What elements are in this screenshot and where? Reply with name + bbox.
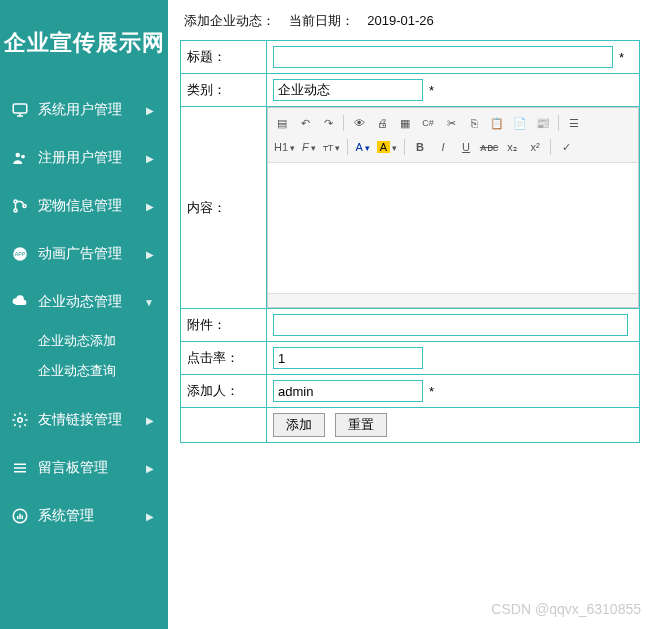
- submenu-enterprise-news: 企业动态添加 企业动态查询: [0, 326, 168, 396]
- chevron-right-icon: ▶: [146, 463, 154, 474]
- list-icon: [10, 458, 30, 478]
- font-family-select[interactable]: F▾: [300, 141, 318, 153]
- copy-icon[interactable]: ⎘: [464, 113, 484, 133]
- strike-icon[interactable]: ᴀʙc: [479, 137, 499, 157]
- svg-text:APP: APP: [15, 251, 26, 257]
- adder-label: 添加人：: [181, 375, 267, 408]
- brand-title: 企业宣传展示网: [0, 0, 168, 86]
- app-icon: APP: [10, 244, 30, 264]
- redo-icon[interactable]: ↷: [318, 113, 338, 133]
- git-icon: [10, 196, 30, 216]
- crumb-date-label: 当前日期：: [289, 13, 354, 28]
- clear-format-icon[interactable]: ✓: [556, 137, 576, 157]
- underline-icon[interactable]: U: [456, 137, 476, 157]
- subscript-icon[interactable]: x₂: [502, 137, 522, 157]
- svg-rect-15: [17, 516, 19, 519]
- menu-item-system[interactable]: 系统管理 ▶: [0, 492, 168, 540]
- code-icon[interactable]: C#: [418, 113, 438, 133]
- svg-point-6: [14, 209, 17, 212]
- svg-rect-17: [22, 515, 24, 519]
- submit-button[interactable]: 添加: [273, 413, 325, 437]
- required-mark: *: [619, 50, 624, 65]
- menu-label: 系统用户管理: [38, 101, 146, 119]
- menu-label: 宠物信息管理: [38, 197, 146, 215]
- menu-item-guestbook[interactable]: 留言板管理 ▶: [0, 444, 168, 492]
- hits-input[interactable]: [273, 347, 423, 369]
- submenu-item-query[interactable]: 企业动态查询: [38, 356, 168, 386]
- category-input[interactable]: [273, 79, 423, 101]
- menu-item-animation-ads[interactable]: APP 动画广告管理 ▶: [0, 230, 168, 278]
- heading-select[interactable]: H1▾: [272, 141, 297, 153]
- paste-icon[interactable]: 📋: [487, 113, 507, 133]
- undo-icon[interactable]: ↶: [295, 113, 315, 133]
- chevron-right-icon: ▶: [146, 153, 154, 164]
- adder-input[interactable]: [273, 380, 423, 402]
- rich-text-editor: ▤ ↶ ↷ 👁 🖨 ▦ C# ✂ ⎘ 📋: [267, 107, 639, 308]
- menu-item-enterprise-news[interactable]: 企业动态管理 ▼: [0, 278, 168, 326]
- chevron-right-icon: ▶: [146, 511, 154, 522]
- svg-point-10: [18, 418, 23, 423]
- bg-color-select[interactable]: A▾: [375, 141, 399, 153]
- empty-label: [181, 408, 267, 443]
- category-label: 类别：: [181, 74, 267, 107]
- separator: [404, 139, 405, 155]
- separator: [550, 139, 551, 155]
- menu-item-links[interactable]: 友情链接管理 ▶: [0, 396, 168, 444]
- paste-plain-icon[interactable]: 📄: [510, 113, 530, 133]
- svg-point-4: [21, 155, 25, 159]
- chevron-right-icon: ▶: [146, 105, 154, 116]
- users-icon: [10, 148, 30, 168]
- print-icon[interactable]: 🖨: [372, 113, 392, 133]
- gear-icon: [10, 410, 30, 430]
- attach-input[interactable]: [273, 314, 628, 336]
- cut-icon[interactable]: ✂: [441, 113, 461, 133]
- menu-item-system-users[interactable]: 系统用户管理 ▶: [0, 86, 168, 134]
- main-menu: 系统用户管理 ▶ 注册用户管理 ▶ 宠物信息管理 ▶ APP 动画广告管理 ▶ …: [0, 86, 168, 540]
- crumb-date: 2019-01-26: [367, 13, 434, 28]
- svg-rect-0: [13, 104, 27, 113]
- editor-toolbar: ▤ ↶ ↷ 👁 🖨 ▦ C# ✂ ⎘ 📋: [268, 108, 638, 163]
- chevron-down-icon: ▼: [144, 297, 154, 308]
- chevron-right-icon: ▶: [146, 249, 154, 260]
- paste-word-icon[interactable]: 📰: [533, 113, 553, 133]
- required-mark: *: [429, 83, 434, 98]
- separator: [343, 115, 344, 131]
- breadcrumb: 添加企业动态： 当前日期： 2019-01-26: [180, 8, 657, 40]
- svg-point-7: [23, 205, 26, 208]
- watermark: CSDN @qqvx_6310855: [491, 601, 641, 617]
- form-table: 标题： * 类别： * 内容： ▤ ↶ ↷: [180, 40, 640, 443]
- editor-body[interactable]: [268, 163, 638, 293]
- menu-label: 企业动态管理: [38, 293, 144, 311]
- template-icon[interactable]: ▦: [395, 113, 415, 133]
- font-color-select[interactable]: A▾: [353, 141, 371, 153]
- select-all-icon[interactable]: ☰: [564, 113, 584, 133]
- superscript-icon[interactable]: x²: [525, 137, 545, 157]
- hits-label: 点击率：: [181, 342, 267, 375]
- menu-item-registered-users[interactable]: 注册用户管理 ▶: [0, 134, 168, 182]
- menu-label: 系统管理: [38, 507, 146, 525]
- attach-label: 附件：: [181, 309, 267, 342]
- submenu-item-add[interactable]: 企业动态添加: [38, 326, 168, 356]
- menu-item-pet-info[interactable]: 宠物信息管理 ▶: [0, 182, 168, 230]
- reset-button[interactable]: 重置: [335, 413, 387, 437]
- monitor-icon: [10, 100, 30, 120]
- title-input[interactable]: [273, 46, 613, 68]
- menu-label: 注册用户管理: [38, 149, 146, 167]
- menu-label: 动画广告管理: [38, 245, 146, 263]
- bold-icon[interactable]: B: [410, 137, 430, 157]
- required-mark: *: [429, 384, 434, 399]
- source-icon[interactable]: ▤: [272, 113, 292, 133]
- crumb-title: 添加企业动态：: [184, 13, 275, 28]
- chevron-right-icon: ▶: [146, 415, 154, 426]
- editor-footer: [268, 293, 638, 307]
- svg-point-5: [14, 200, 17, 203]
- preview-icon[interactable]: 👁: [349, 113, 369, 133]
- font-size-select[interactable]: ᴛT▾: [321, 142, 343, 153]
- separator: [558, 115, 559, 131]
- content-label: 内容：: [181, 107, 267, 309]
- chart-icon: [10, 506, 30, 526]
- chevron-right-icon: ▶: [146, 201, 154, 212]
- italic-icon[interactable]: I: [433, 137, 453, 157]
- cloud-icon: [10, 292, 30, 312]
- separator: [347, 139, 348, 155]
